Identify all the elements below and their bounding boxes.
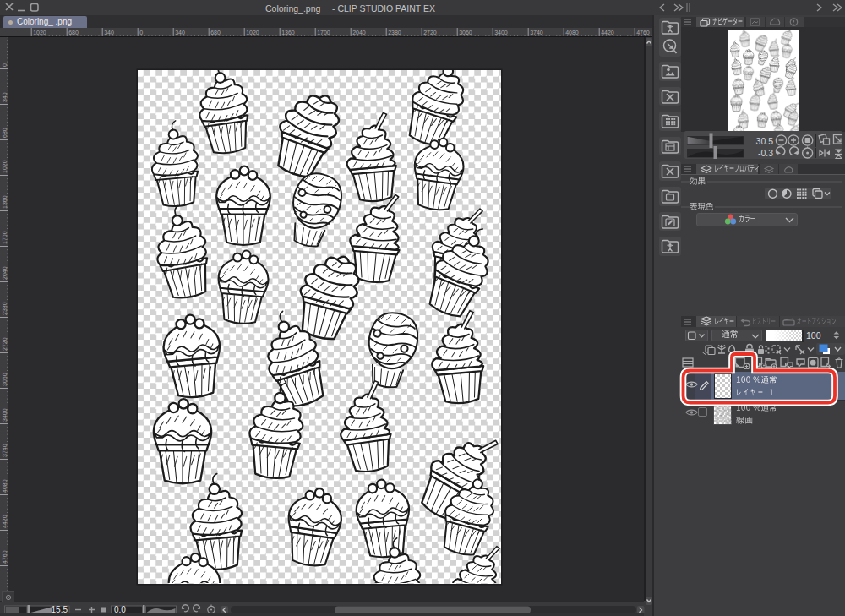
svg-text:3060: 3060 [459, 30, 472, 35]
svg-text:1700: 1700 [317, 30, 330, 35]
svg-text:2040: 2040 [2, 266, 8, 280]
svg-text:4080: 4080 [565, 30, 579, 35]
svg-text:1020: 1020 [2, 160, 8, 173]
svg-text:2720: 2720 [2, 337, 8, 351]
svg-text:3400: 3400 [2, 408, 8, 422]
svg-text:340: 340 [175, 30, 185, 35]
svg-text:3400: 3400 [494, 30, 508, 35]
svg-text:4420: 4420 [2, 515, 8, 528]
svg-text:2720: 2720 [423, 30, 437, 35]
svg-text:1360: 1360 [281, 30, 295, 35]
svg-text:30.5: 30.5 [756, 136, 774, 146]
svg-text:1020: 1020 [246, 30, 259, 35]
svg-text:680: 680 [68, 30, 79, 35]
svg-text:680: 680 [2, 128, 8, 138]
svg-text:3740: 3740 [2, 444, 8, 457]
svg-text:1020: 1020 [33, 30, 46, 35]
svg-text:0: 0 [139, 30, 143, 35]
svg-text:3060: 3060 [2, 373, 8, 386]
svg-text:4080: 4080 [2, 479, 8, 493]
svg-text:1360: 1360 [2, 195, 8, 209]
svg-text:2380: 2380 [388, 30, 401, 35]
svg-text:3740: 3740 [530, 30, 543, 35]
svg-text:680: 680 [210, 30, 221, 35]
svg-text:4760: 4760 [636, 30, 650, 35]
svg-text:1700: 1700 [2, 231, 8, 244]
svg-text:4760: 4760 [2, 550, 8, 564]
svg-text:2380: 2380 [2, 302, 8, 315]
svg-text:340: 340 [104, 30, 114, 35]
svg-text:-0.3: -0.3 [758, 148, 773, 158]
svg-text:2040: 2040 [352, 30, 366, 35]
svg-text:0: 0 [2, 63, 8, 67]
svg-text:340: 340 [2, 92, 8, 102]
svg-text:4420: 4420 [601, 30, 614, 35]
